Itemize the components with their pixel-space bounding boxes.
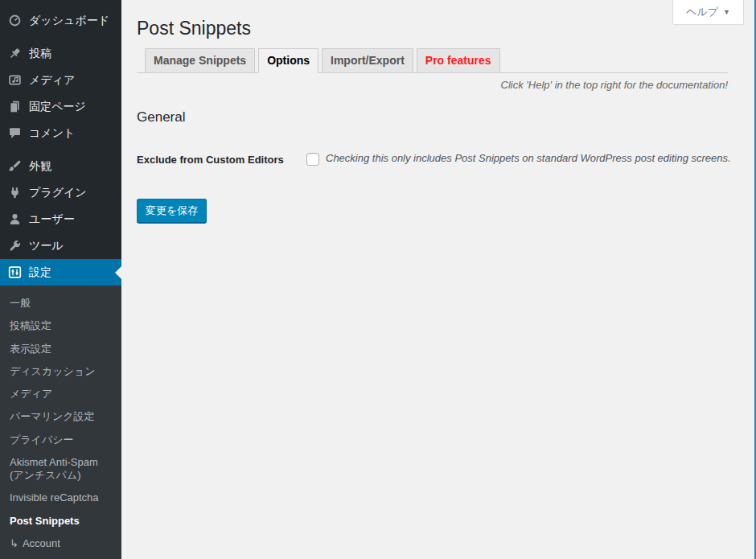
sub-arrow-icon: ↳ <box>10 537 18 549</box>
submenu-item-discussion[interactable]: ディスカッション <box>0 360 121 383</box>
admin-menu: ダッシュボード 投稿 メディア 固定ページ コメント <box>0 0 121 286</box>
exclude-editors-control: Checking this only includes Post Snippet… <box>306 152 731 166</box>
tab-import-export[interactable]: Import/Export <box>322 48 413 74</box>
sidebar-item-label: プラグイン <box>29 186 87 200</box>
sidebar-item-pages[interactable]: 固定ページ <box>0 93 121 120</box>
tab-manage-snippets[interactable]: Manage Snippets <box>145 48 255 74</box>
submenu-item-privacy[interactable]: プライバシー <box>0 429 121 451</box>
sidebar-item-dashboard[interactable]: ダッシュボード <box>0 7 121 34</box>
user-icon <box>6 212 23 228</box>
page-title: Post Snippets <box>121 0 754 41</box>
sliders-icon <box>6 265 23 281</box>
submenu-item-writing[interactable]: 投稿設定 <box>0 314 121 337</box>
submenu-item-media[interactable]: メディア <box>0 383 121 405</box>
sidebar-item-label: 外観 <box>29 159 51 174</box>
save-changes-button[interactable]: 変更を保存 <box>137 199 207 223</box>
menu-separator <box>0 34 121 40</box>
exclude-editors-description: Checking this only includes Post Snippet… <box>326 152 731 166</box>
help-button[interactable]: ヘルプ▼ <box>672 0 744 25</box>
sidebar-item-plugins[interactable]: プラグイン <box>0 179 121 206</box>
sidebar-item-comments[interactable]: コメント <box>0 120 121 146</box>
admin-sidebar: ダッシュボード 投稿 メディア 固定ページ コメント <box>0 0 121 559</box>
media-icon <box>6 72 23 88</box>
section-title-general: General <box>137 109 754 125</box>
pages-icon <box>6 99 23 115</box>
menu-separator <box>0 146 121 153</box>
submenu-item-upgrade[interactable]: ↳Upgrade➤ <box>0 555 121 559</box>
submenu-item-account[interactable]: ↳Account <box>0 532 121 555</box>
sidebar-item-settings[interactable]: 設定 <box>0 259 121 286</box>
sidebar-item-appearance[interactable]: 外観 <box>0 153 121 179</box>
tab-pro-features[interactable]: Pro features <box>417 48 500 74</box>
paintbrush-icon <box>6 158 23 175</box>
sidebar-item-label: ダッシュボード <box>29 14 109 28</box>
main-content: ヘルプ▼ Post Snippets Manage SnippetsOption… <box>121 0 754 559</box>
tab-options[interactable]: Options <box>258 48 318 74</box>
dashboard-icon <box>6 13 23 29</box>
sidebar-item-posts[interactable]: 投稿 <box>0 40 121 67</box>
sidebar-item-label: 投稿 <box>29 47 51 61</box>
exclude-editors-label: Exclude from Custom Editors <box>137 152 306 166</box>
plugin-icon <box>6 185 23 201</box>
sidebar-item-label: ユーザー <box>29 212 75 227</box>
submenu-item-post-snippets[interactable]: Post Snippets <box>0 510 121 532</box>
sidebar-item-label: コメント <box>29 126 75 141</box>
submenu-item-invisible-recaptcha[interactable]: Invisible reCaptcha <box>0 487 121 509</box>
exclude-editors-checkbox[interactable] <box>306 153 319 166</box>
comments-icon <box>6 125 23 142</box>
sidebar-item-tools[interactable]: ツール <box>0 232 121 259</box>
submenu-item-akismet[interactable]: Akismet Anti-Spam (アンチスパム) <box>0 451 121 487</box>
sidebar-item-media[interactable]: メディア <box>0 67 121 93</box>
help-hint-text: Click 'Help' in the top right for the do… <box>137 79 728 91</box>
chevron-down-icon: ▼ <box>723 8 730 16</box>
pushpin-icon <box>6 46 23 62</box>
submenu-item-general[interactable]: 一般 <box>0 292 121 314</box>
submenu-item-reading[interactable]: 表示設定 <box>0 338 121 360</box>
exclude-editors-field-row: Exclude from Custom Editors Checking thi… <box>137 152 738 166</box>
tab-bar: Manage SnippetsOptionsImport/ExportPro f… <box>137 48 728 74</box>
wrench-icon <box>6 238 23 254</box>
settings-submenu: 一般 投稿設定 表示設定 ディスカッション メディア パーマリンク設定 プライバ… <box>0 286 121 559</box>
submenu-item-permalinks[interactable]: パーマリンク設定 <box>0 405 121 428</box>
sidebar-item-users[interactable]: ユーザー <box>0 206 121 232</box>
sidebar-item-label: メディア <box>29 73 75 88</box>
sidebar-item-label: 固定ページ <box>29 100 86 114</box>
sidebar-item-label: ツール <box>29 239 64 253</box>
sidebar-item-label: 設定 <box>29 265 51 280</box>
